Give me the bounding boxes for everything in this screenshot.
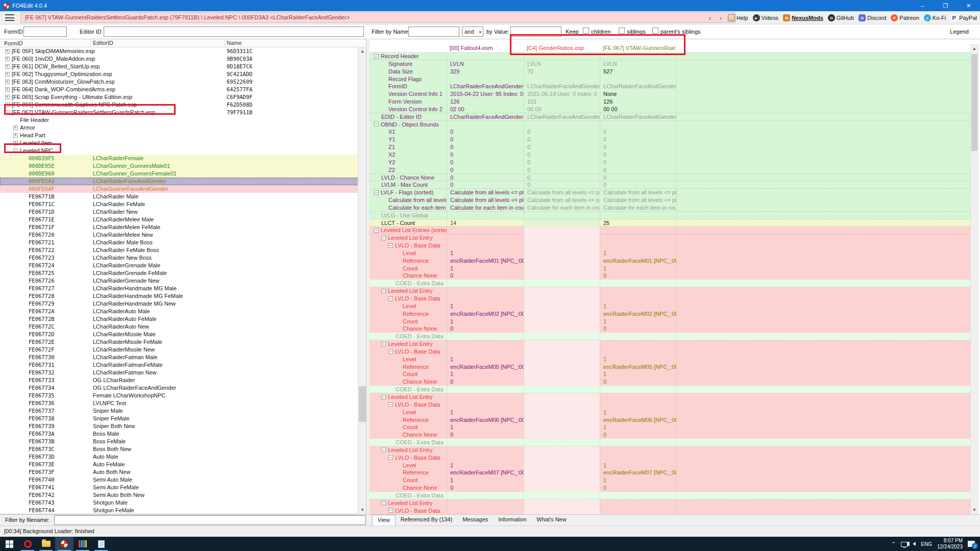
record-row[interactable]: Count11: [370, 477, 970, 484]
record-cell[interactable]: 14: [447, 219, 524, 227]
record-cell[interactable]: [600, 446, 676, 454]
record-cell[interactable]: 0: [447, 325, 524, 333]
tab-messages[interactable]: Messages: [457, 515, 493, 526]
tree-row[interactable]: 000DE95ELCharGunner_GunnersMale01: [0, 162, 358, 170]
editorid-input[interactable]: [104, 27, 364, 37]
record-cell[interactable]: encRaiderFaceM07 [NPC_:0004A...: [447, 469, 524, 477]
record-row[interactable]: −Leveled List Entry: [370, 499, 970, 507]
record-cell[interactable]: [524, 257, 600, 265]
record-cell[interactable]: 329: [447, 68, 524, 76]
record-cell[interactable]: [524, 234, 600, 242]
record-cell[interactable]: [447, 439, 524, 446]
record-cell[interactable]: [600, 227, 676, 234]
language-indicator[interactable]: ENG: [921, 541, 932, 547]
record-cell[interactable]: [600, 492, 676, 499]
left-scrollbar[interactable]: ▲ ▼: [358, 47, 366, 514]
record-row[interactable]: SignatureLVLNLVLNLVLN: [370, 60, 970, 68]
tree-row[interactable]: +[FE 063] ComMoisturizer_GlowPatch.esp69…: [0, 78, 358, 86]
record-cell[interactable]: 0: [524, 151, 600, 159]
record-cell[interactable]: [524, 242, 600, 249]
record-row[interactable]: COED - Extra Data: [370, 333, 970, 340]
tree-row[interactable]: FE06771FLCharRaiderMelee FeMale: [0, 223, 358, 231]
record-cell[interactable]: 0: [600, 181, 676, 189]
record-cell[interactable]: 0: [447, 174, 524, 182]
tree-row[interactable]: +[FE 060] 1nivDD_MaleAddon.esp9B90C03A: [0, 55, 358, 63]
record-cell[interactable]: [447, 53, 524, 60]
record-cell[interactable]: [524, 409, 600, 416]
record-cell[interactable]: 1: [447, 423, 524, 431]
record-cell[interactable]: 1: [600, 249, 676, 257]
record-cell[interactable]: [524, 212, 600, 219]
record-cell[interactable]: 1: [447, 318, 524, 325]
record-cell[interactable]: [676, 265, 970, 272]
record-column-header[interactable]: [C4] GenderRatios.esp: [527, 45, 599, 51]
record-cell[interactable]: [524, 416, 600, 424]
record-cell[interactable]: [600, 393, 676, 401]
record-cell[interactable]: [676, 370, 970, 378]
record-cell[interactable]: [447, 348, 524, 356]
record-cell[interactable]: [524, 219, 600, 227]
tree-row[interactable]: 000D39F5LCharRaiderFemale: [0, 155, 358, 162]
record-cell[interactable]: [524, 227, 600, 234]
nav-link-patreon[interactable]: PPatreon: [891, 14, 919, 21]
record-cell[interactable]: encRaiderFaceM01 [NPC_:0004A...: [447, 257, 524, 265]
col-header-name[interactable]: Name: [227, 40, 241, 46]
tree-row[interactable]: +[FE 065] Scrap Everything - Ultimate Ed…: [0, 93, 358, 101]
expand-icon[interactable]: +: [13, 126, 18, 130]
record-cell[interactable]: [676, 484, 970, 492]
record-cell[interactable]: [524, 53, 600, 60]
right-scrollbar[interactable]: ▲ ▼: [970, 44, 978, 515]
record-row[interactable]: −OBND - Object Bounds: [370, 121, 970, 129]
record-cell[interactable]: [676, 212, 970, 219]
tree-row[interactable]: FE067722LCharRaider FeMale Boss: [0, 246, 358, 254]
record-cell[interactable]: 0: [600, 143, 676, 151]
record-row[interactable]: Data Size32970527: [370, 68, 970, 76]
record-cell[interactable]: [524, 386, 600, 393]
nav-link-nexusmods[interactable]: NNexusMods: [783, 14, 823, 21]
record-row[interactable]: ReferenceencRaiderFaceM02 [NPC_:0004A...…: [370, 310, 970, 318]
record-row[interactable]: Count11: [370, 423, 970, 431]
record-cell[interactable]: [524, 393, 600, 401]
collapse-icon[interactable]: −: [374, 54, 379, 59]
record-cell[interactable]: encRaiderFaceM02 [NPC_:0004A...: [447, 310, 524, 318]
record-cell[interactable]: 70: [524, 68, 600, 76]
record-cell[interactable]: [600, 340, 676, 348]
record-cell[interactable]: [600, 287, 676, 295]
record-cell[interactable]: [600, 401, 676, 409]
filter-operator-select[interactable]: and: [462, 27, 483, 37]
record-cell[interactable]: [676, 303, 970, 310]
record-row[interactable]: LVLG - Use Global: [370, 212, 970, 219]
record-cell[interactable]: [447, 393, 524, 401]
record-cell[interactable]: [676, 234, 970, 242]
record-cell[interactable]: [676, 401, 970, 409]
tree-row[interactable]: FE06773EAuto FeMale: [0, 461, 358, 468]
record-row[interactable]: COED - Extra Data: [370, 386, 970, 393]
record-cell[interactable]: [524, 280, 600, 287]
collapse-icon[interactable]: −: [388, 508, 393, 513]
record-cell[interactable]: [676, 318, 970, 325]
record-column-header[interactable]: [00] Fallout4.esm: [450, 45, 522, 51]
record-cell[interactable]: [676, 76, 970, 83]
record-cell[interactable]: [447, 234, 524, 242]
record-row[interactable]: FormIDLCharRaiderFaceAndGender [LV...LCh…: [370, 83, 970, 90]
record-cell[interactable]: 0: [447, 151, 524, 159]
record-row[interactable]: Form Version126131126: [370, 98, 970, 106]
record-cell[interactable]: [447, 340, 524, 348]
record-row[interactable]: Level11: [370, 249, 970, 257]
record-row[interactable]: Chance None00: [370, 272, 970, 280]
taskbar-opera[interactable]: [18, 537, 37, 551]
scroll-up-icon[interactable]: ▲: [971, 45, 978, 53]
record-cell[interactable]: 0: [600, 166, 676, 174]
record-cell[interactable]: [600, 507, 676, 515]
record-cell[interactable]: 0: [447, 484, 524, 492]
record-cell[interactable]: LCharRaiderFaceAndGender: [600, 113, 676, 121]
record-row[interactable]: Version Control Info 12015-04-22 User: 9…: [370, 90, 970, 98]
col-header-editorid[interactable]: EditorID: [93, 40, 113, 46]
record-cell[interactable]: [447, 386, 524, 393]
taskbar-clock[interactable]: 8:07 PM 12/24/2023: [937, 538, 963, 550]
record-cell[interactable]: [676, 272, 970, 280]
record-row[interactable]: Calculate from all levels ...Calculate f…: [370, 196, 970, 204]
record-cell[interactable]: [676, 151, 970, 159]
back-button[interactable]: ‹: [706, 14, 714, 22]
record-cell[interactable]: [676, 257, 970, 265]
